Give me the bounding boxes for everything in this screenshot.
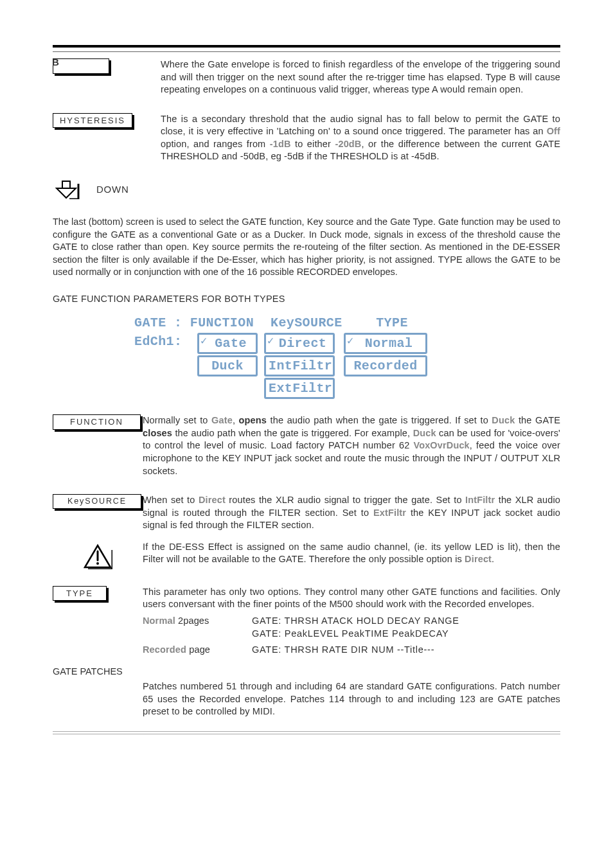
heading-both-types: GATE FUNCTION PARAMETERS FOR BOTH TYPES bbox=[53, 293, 560, 306]
lcd-row-2: Duck IntFiltr Recorded bbox=[134, 355, 479, 376]
func-vox: VoxOvrDuck bbox=[413, 440, 469, 450]
lcd-row-3: ExtFiltr bbox=[134, 378, 479, 399]
lcd-hdr-2: KeySOURCE bbox=[271, 314, 341, 332]
top-rule-thick bbox=[53, 45, 560, 48]
page: B Where the Gate envelope is forced to f… bbox=[53, 0, 560, 766]
lcd-opt-normal: Normal bbox=[344, 333, 427, 354]
row-warning: If the DE-ESS Effect is assigned on the … bbox=[53, 541, 560, 569]
warning-icon-wrap bbox=[53, 541, 143, 569]
key-direct: Direct bbox=[199, 495, 226, 505]
func-gate: Gate bbox=[211, 415, 233, 425]
lcd-hdr-3: TYPE bbox=[350, 314, 434, 332]
func-opens: opens bbox=[239, 415, 267, 425]
hyst-text-3: to either bbox=[291, 139, 335, 149]
lcd-hdr-1: GATE : FUNCTION bbox=[134, 314, 258, 332]
label-keysource-wrap: KeySOURCE bbox=[53, 494, 143, 509]
func-t4: the audio path when the gate is triggere… bbox=[172, 428, 413, 438]
para-b: Where the Gate envelope is forced to fin… bbox=[161, 58, 560, 96]
lcd-header-row: GATE : FUNCTION KeySOURCE TYPE bbox=[134, 314, 479, 332]
func-duck2: Duck bbox=[413, 428, 436, 438]
type-line-1: Normal 2pages GATE: THRSH ATACK HOLD DEC… bbox=[143, 615, 560, 628]
row-function: FUNCTION Normally set to Gate, opens the… bbox=[53, 414, 560, 477]
label-function: FUNCTION bbox=[53, 414, 141, 430]
para-function: Normally set to Gate, opens the audio pa… bbox=[143, 414, 560, 477]
key-t2: routes the XLR audio signal to trigger t… bbox=[226, 495, 465, 505]
label-hysteresis: HYSTERESIS bbox=[53, 113, 132, 128]
lcd-opt-direct: Direct bbox=[264, 333, 335, 354]
hyst-m20: -20dB bbox=[335, 139, 361, 149]
bottom-rule-1 bbox=[53, 731, 560, 732]
lcd-opt-recorded: Recorded bbox=[344, 355, 427, 376]
para-keysource: When set to Direct routes the XLR audio … bbox=[143, 494, 560, 532]
key-ext: ExtFiltr bbox=[373, 508, 406, 518]
hyst-off: Off bbox=[547, 126, 560, 136]
func-closes: closes bbox=[143, 428, 172, 438]
para-type: This parameter has only two options. The… bbox=[143, 586, 560, 657]
lcd-rowlabel: EdCh1: bbox=[134, 333, 191, 354]
func-t2: the audio path when the gate is triggere… bbox=[267, 415, 492, 425]
lcd-opt-gate: Gate bbox=[197, 333, 258, 354]
label-type-wrap: TYPE bbox=[53, 586, 143, 601]
key-int: IntFiltr bbox=[465, 495, 495, 505]
warn-direct: Direct bbox=[465, 554, 492, 564]
warning-icon bbox=[53, 544, 143, 569]
lcd-opt-extfiltr: ExtFiltr bbox=[264, 378, 335, 399]
lcd-opt-duck: Duck bbox=[197, 355, 258, 376]
lcd-opt-intfiltr: IntFiltr bbox=[264, 355, 335, 376]
type-l2-text: GATE: PeakLEVEL PeakTIME PeakDECAY bbox=[252, 628, 560, 641]
label-keysource: KeySOURCE bbox=[53, 494, 141, 509]
type-l3a: Recorded bbox=[143, 644, 186, 655]
type-line-3: Recorded page GATE: THRSH RATE DIR NUM -… bbox=[143, 644, 560, 657]
hyst-text-1: The is a secondary threshold that the au… bbox=[161, 114, 560, 137]
para-patches: Patches numbered 51 through and includin… bbox=[143, 680, 560, 718]
row-hysteresis: HYSTERESIS The is a secondary threshold … bbox=[53, 113, 560, 163]
type-l3b: page bbox=[186, 644, 210, 655]
key-t1: When set to bbox=[143, 495, 199, 505]
para-warning: If the DE-ESS Effect is assigned on the … bbox=[143, 541, 560, 566]
label-function-wrap: FUNCTION bbox=[53, 414, 143, 430]
hyst-text-2: option, and ranges from bbox=[161, 139, 270, 149]
func-t3: the GATE bbox=[515, 415, 560, 425]
warn-t2: . bbox=[492, 554, 494, 564]
func-duck: Duck bbox=[492, 415, 515, 425]
label-b-letter: B bbox=[52, 56, 60, 69]
svg-marker-1 bbox=[57, 188, 76, 198]
para-lastscreen: The last (bottom) screen is used to sele… bbox=[53, 216, 560, 279]
svg-rect-0 bbox=[62, 181, 70, 188]
top-rule-thin bbox=[53, 51, 560, 52]
type-text: This parameter has only two options. The… bbox=[143, 587, 560, 610]
lcd: GATE : FUNCTION KeySOURCE TYPE EdCh1: Ga… bbox=[134, 314, 479, 399]
gate-patches-heading: GATE PATCHES bbox=[53, 666, 560, 678]
type-line-2: GATE: PeakLEVEL PeakTIME PeakDECAY bbox=[143, 628, 560, 641]
lcd-row-1: EdCh1: Gate Direct Normal bbox=[134, 333, 479, 354]
hyst-m1: -1dB bbox=[270, 139, 291, 149]
label-hysteresis-wrap: HYSTERESIS bbox=[53, 113, 161, 128]
func-t1: Normally set to bbox=[143, 415, 211, 425]
label-b-wrap: B bbox=[53, 58, 161, 74]
warn-t1: If the DE-ESS Effect is assigned on the … bbox=[143, 542, 560, 565]
type-l1a: Normal bbox=[143, 616, 175, 626]
type-l3-text: GATE: THRSH RATE DIR NUM --Title--- bbox=[252, 644, 560, 657]
para-hysteresis: The is a secondary threshold that the au… bbox=[161, 113, 560, 163]
row-keysource: KeySOURCE When set to Direct routes the … bbox=[53, 494, 560, 532]
label-b: B bbox=[53, 58, 109, 74]
lcd-wrap: GATE : FUNCTION KeySOURCE TYPE EdCh1: Ga… bbox=[53, 314, 560, 399]
type-l1b: 2pages bbox=[175, 616, 209, 626]
down-arrow-row: DOWN bbox=[53, 180, 560, 199]
bottom-rule-2 bbox=[53, 734, 560, 734]
down-arrow-icon bbox=[53, 180, 81, 199]
svg-point-6 bbox=[96, 562, 99, 565]
down-label: DOWN bbox=[96, 183, 129, 196]
row-type: TYPE This parameter has only two options… bbox=[53, 586, 560, 657]
label-type: TYPE bbox=[53, 586, 107, 601]
row-b: B Where the Gate envelope is forced to f… bbox=[53, 58, 560, 96]
type-l1-text: GATE: THRSH ATACK HOLD DECAY RANGE bbox=[252, 615, 560, 628]
row-patches: Patches numbered 51 through and includin… bbox=[53, 680, 560, 718]
